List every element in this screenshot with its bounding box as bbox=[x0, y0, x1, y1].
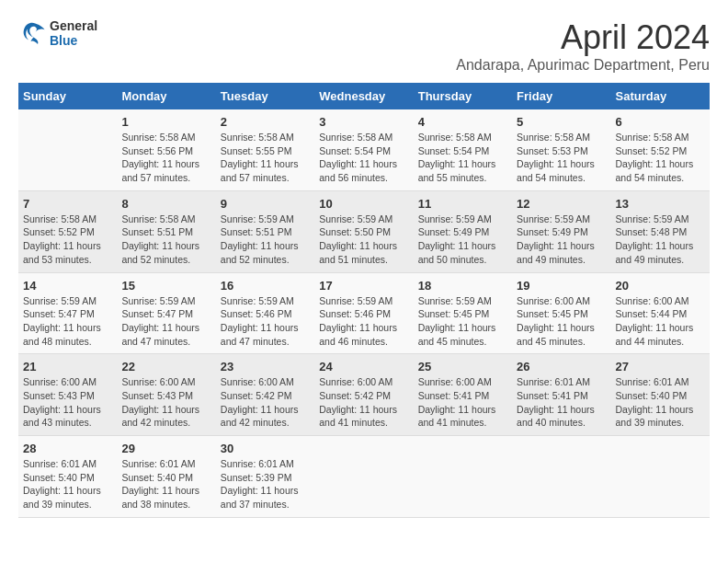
day-content: Sunrise: 5:59 AM Sunset: 5:46 PM Dayligh… bbox=[221, 294, 310, 349]
day-number: 5 bbox=[517, 115, 606, 129]
calendar-cell: 16Sunrise: 5:59 AM Sunset: 5:46 PM Dayli… bbox=[216, 272, 314, 354]
day-content: Sunrise: 6:01 AM Sunset: 5:39 PM Dayligh… bbox=[221, 457, 310, 511]
day-number: 23 bbox=[221, 360, 310, 373]
day-content: Sunrise: 6:00 AM Sunset: 5:44 PM Dayligh… bbox=[616, 294, 705, 349]
day-number: 11 bbox=[418, 197, 507, 211]
day-content: Sunrise: 5:58 AM Sunset: 5:55 PM Dayligh… bbox=[221, 131, 310, 185]
calendar-cell: 23Sunrise: 6:00 AM Sunset: 5:42 PM Dayli… bbox=[216, 354, 314, 436]
calendar-cell bbox=[512, 436, 610, 518]
day-number: 3 bbox=[319, 115, 408, 129]
page-header: General Blue April 2024 Andarapa, Apurim… bbox=[18, 18, 710, 74]
day-content: Sunrise: 5:58 AM Sunset: 5:54 PM Dayligh… bbox=[319, 131, 408, 185]
calendar-cell: 3Sunrise: 5:58 AM Sunset: 5:54 PM Daylig… bbox=[314, 109, 413, 190]
calendar-cell: 12Sunrise: 5:59 AM Sunset: 5:49 PM Dayli… bbox=[512, 190, 610, 272]
column-header-thursday: Thursday bbox=[414, 83, 512, 109]
calendar-cell bbox=[314, 436, 413, 518]
day-number: 25 bbox=[418, 360, 507, 373]
day-content: Sunrise: 5:59 AM Sunset: 5:45 PM Dayligh… bbox=[418, 294, 507, 349]
calendar-cell: 18Sunrise: 5:59 AM Sunset: 5:45 PM Dayli… bbox=[414, 272, 512, 354]
page-subtitle: Andarapa, Apurimac Department, Peru bbox=[456, 57, 710, 74]
calendar-cell: 5Sunrise: 5:58 AM Sunset: 5:53 PM Daylig… bbox=[512, 109, 610, 190]
day-number: 10 bbox=[319, 197, 408, 211]
day-content: Sunrise: 5:58 AM Sunset: 5:52 PM Dayligh… bbox=[23, 213, 112, 267]
day-content: Sunrise: 6:01 AM Sunset: 5:40 PM Dayligh… bbox=[616, 375, 705, 430]
calendar-cell bbox=[18, 109, 117, 190]
calendar-cell: 30Sunrise: 6:01 AM Sunset: 5:39 PM Dayli… bbox=[216, 436, 314, 518]
calendar-week-row: 7Sunrise: 5:58 AM Sunset: 5:52 PM Daylig… bbox=[18, 190, 710, 272]
day-number: 30 bbox=[221, 442, 310, 455]
calendar-cell: 25Sunrise: 6:00 AM Sunset: 5:41 PM Dayli… bbox=[414, 354, 512, 436]
calendar-cell: 11Sunrise: 5:59 AM Sunset: 5:49 PM Dayli… bbox=[414, 190, 512, 272]
day-content: Sunrise: 5:59 AM Sunset: 5:51 PM Dayligh… bbox=[221, 213, 310, 267]
calendar-table: SundayMondayTuesdayWednesdayThursdayFrid… bbox=[18, 83, 710, 518]
day-number: 14 bbox=[23, 279, 112, 293]
day-number: 13 bbox=[616, 197, 705, 211]
day-content: Sunrise: 5:58 AM Sunset: 5:52 PM Dayligh… bbox=[616, 131, 705, 185]
day-number: 24 bbox=[319, 360, 408, 373]
calendar-cell: 29Sunrise: 6:01 AM Sunset: 5:40 PM Dayli… bbox=[117, 436, 215, 518]
calendar-cell: 13Sunrise: 5:59 AM Sunset: 5:48 PM Dayli… bbox=[611, 190, 710, 272]
column-header-monday: Monday bbox=[117, 83, 215, 109]
calendar-cell: 28Sunrise: 6:01 AM Sunset: 5:40 PM Dayli… bbox=[18, 436, 117, 518]
calendar-cell: 21Sunrise: 6:00 AM Sunset: 5:43 PM Dayli… bbox=[18, 354, 117, 436]
day-content: Sunrise: 5:59 AM Sunset: 5:47 PM Dayligh… bbox=[23, 294, 112, 349]
day-content: Sunrise: 5:58 AM Sunset: 5:54 PM Dayligh… bbox=[418, 131, 507, 185]
calendar-cell: 24Sunrise: 6:00 AM Sunset: 5:42 PM Dayli… bbox=[314, 354, 413, 436]
logo: General Blue bbox=[18, 18, 97, 48]
day-content: Sunrise: 5:59 AM Sunset: 5:47 PM Dayligh… bbox=[121, 294, 210, 349]
calendar-cell: 6Sunrise: 5:58 AM Sunset: 5:52 PM Daylig… bbox=[611, 109, 710, 190]
calendar-cell: 7Sunrise: 5:58 AM Sunset: 5:52 PM Daylig… bbox=[18, 190, 117, 272]
column-header-tuesday: Tuesday bbox=[216, 83, 314, 109]
title-area: April 2024 Andarapa, Apurimac Department… bbox=[456, 18, 710, 74]
day-number: 9 bbox=[221, 197, 310, 211]
calendar-cell: 1Sunrise: 5:58 AM Sunset: 5:56 PM Daylig… bbox=[117, 109, 215, 190]
day-number: 28 bbox=[23, 442, 112, 455]
day-content: Sunrise: 5:59 AM Sunset: 5:46 PM Dayligh… bbox=[319, 294, 408, 349]
day-number: 7 bbox=[23, 197, 112, 211]
day-number: 1 bbox=[121, 115, 210, 129]
day-number: 15 bbox=[121, 279, 210, 293]
logo-icon bbox=[18, 19, 46, 47]
calendar-cell: 14Sunrise: 5:59 AM Sunset: 5:47 PM Dayli… bbox=[18, 272, 117, 354]
day-number: 26 bbox=[517, 360, 606, 373]
calendar-header-row: SundayMondayTuesdayWednesdayThursdayFrid… bbox=[18, 83, 710, 109]
day-number: 19 bbox=[517, 279, 606, 293]
calendar-cell: 22Sunrise: 6:00 AM Sunset: 5:43 PM Dayli… bbox=[117, 354, 215, 436]
day-number: 6 bbox=[616, 115, 705, 129]
day-content: Sunrise: 6:00 AM Sunset: 5:43 PM Dayligh… bbox=[23, 375, 112, 430]
calendar-cell: 4Sunrise: 5:58 AM Sunset: 5:54 PM Daylig… bbox=[414, 109, 512, 190]
calendar-cell: 27Sunrise: 6:01 AM Sunset: 5:40 PM Dayli… bbox=[611, 354, 710, 436]
day-number: 18 bbox=[418, 279, 507, 293]
calendar-cell bbox=[414, 436, 512, 518]
calendar-cell: 10Sunrise: 5:59 AM Sunset: 5:50 PM Dayli… bbox=[314, 190, 413, 272]
day-content: Sunrise: 5:59 AM Sunset: 5:49 PM Dayligh… bbox=[517, 213, 606, 267]
page-title: April 2024 bbox=[456, 18, 710, 57]
day-number: 17 bbox=[319, 279, 408, 293]
day-content: Sunrise: 6:00 AM Sunset: 5:42 PM Dayligh… bbox=[319, 375, 408, 430]
day-number: 2 bbox=[221, 115, 310, 129]
calendar-week-row: 28Sunrise: 6:01 AM Sunset: 5:40 PM Dayli… bbox=[18, 436, 710, 518]
calendar-cell: 20Sunrise: 6:00 AM Sunset: 5:44 PM Dayli… bbox=[611, 272, 710, 354]
column-header-friday: Friday bbox=[512, 83, 610, 109]
calendar-cell: 2Sunrise: 5:58 AM Sunset: 5:55 PM Daylig… bbox=[216, 109, 314, 190]
calendar-cell: 8Sunrise: 5:58 AM Sunset: 5:51 PM Daylig… bbox=[117, 190, 215, 272]
day-content: Sunrise: 5:58 AM Sunset: 5:56 PM Dayligh… bbox=[121, 131, 210, 185]
day-number: 27 bbox=[616, 360, 705, 373]
day-content: Sunrise: 5:58 AM Sunset: 5:53 PM Dayligh… bbox=[517, 131, 606, 185]
column-header-saturday: Saturday bbox=[611, 83, 710, 109]
day-number: 12 bbox=[517, 197, 606, 211]
day-content: Sunrise: 5:59 AM Sunset: 5:49 PM Dayligh… bbox=[418, 213, 507, 267]
day-number: 20 bbox=[616, 279, 705, 293]
logo-text: General Blue bbox=[50, 18, 97, 48]
calendar-cell: 17Sunrise: 5:59 AM Sunset: 5:46 PM Dayli… bbox=[314, 272, 413, 354]
calendar-week-row: 1Sunrise: 5:58 AM Sunset: 5:56 PM Daylig… bbox=[18, 109, 710, 190]
day-content: Sunrise: 6:00 AM Sunset: 5:42 PM Dayligh… bbox=[221, 375, 310, 430]
calendar-week-row: 14Sunrise: 5:59 AM Sunset: 5:47 PM Dayli… bbox=[18, 272, 710, 354]
day-number: 4 bbox=[418, 115, 507, 129]
day-content: Sunrise: 6:01 AM Sunset: 5:40 PM Dayligh… bbox=[121, 457, 210, 511]
calendar-cell: 9Sunrise: 5:59 AM Sunset: 5:51 PM Daylig… bbox=[216, 190, 314, 272]
day-number: 29 bbox=[121, 442, 210, 455]
day-content: Sunrise: 5:59 AM Sunset: 5:48 PM Dayligh… bbox=[616, 213, 705, 267]
calendar-cell: 19Sunrise: 6:00 AM Sunset: 5:45 PM Dayli… bbox=[512, 272, 610, 354]
day-content: Sunrise: 6:01 AM Sunset: 5:40 PM Dayligh… bbox=[23, 457, 112, 511]
